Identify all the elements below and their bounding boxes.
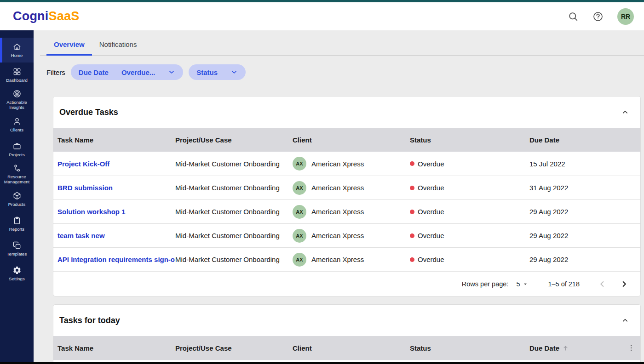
column-header-client[interactable]: Client <box>293 344 410 352</box>
status-cell: Overdue <box>410 208 529 216</box>
column-header-client[interactable]: Client <box>293 136 410 144</box>
sidebar-item-home[interactable]: Home <box>0 38 34 63</box>
status-cell: Overdue <box>410 184 529 192</box>
task-name-link[interactable]: BRD submission <box>58 184 113 192</box>
filter-chip-label: Status <box>196 68 218 76</box>
table-row: API Integration requirements sign-of Mid… <box>53 247 640 271</box>
products-icon <box>12 191 22 200</box>
column-header-due-date[interactable]: Due Date <box>529 136 640 144</box>
sidebar-item-reports[interactable]: Reports <box>0 211 34 236</box>
status-badge: Overdue <box>418 256 444 263</box>
column-header-task-name[interactable]: Task Name <box>58 344 175 352</box>
due-date: 29 Aug 2022 <box>529 208 640 216</box>
task-name-link[interactable]: team task new <box>58 232 105 239</box>
sidebar-item-clients[interactable]: Clients <box>0 112 34 137</box>
column-header-project-use-case[interactable]: Project/Use Case <box>175 344 293 352</box>
status-badge: Overdue <box>418 184 444 192</box>
column-header-project-use-case[interactable]: Project/Use Case <box>175 136 293 144</box>
sidebar-item-templates[interactable]: Templates <box>0 236 34 261</box>
search-icon[interactable] <box>568 11 579 22</box>
caret-down-icon <box>521 280 529 288</box>
dashboard-icon <box>12 67 22 76</box>
overdue-tasks-card: Overdue Tasks Task NameProject/Use CaseC… <box>53 96 641 296</box>
client-avatar: AX <box>293 229 306 243</box>
sidebar-item-resource-management[interactable]: Resource Management <box>0 162 34 187</box>
main-content: OverviewNotifications Filters Due DateOv… <box>34 30 644 364</box>
filter-chip-label: Overdue... <box>121 68 155 76</box>
templates-icon <box>12 241 22 250</box>
sidebar-item-products[interactable]: Products <box>0 187 34 211</box>
tab-bar: OverviewNotifications <box>40 30 644 56</box>
due-date: 15 Jul 2022 <box>529 160 640 168</box>
project-use-case: Mid-Market Customer Onboarding <box>175 256 293 263</box>
logo-secondary: SaaS <box>48 9 79 23</box>
status-cell: Overdue <box>410 160 529 168</box>
column-header-due-date[interactable]: Due Date <box>529 344 640 352</box>
status-dot-icon <box>410 186 414 190</box>
status-cell: Overdue <box>410 256 529 263</box>
column-header-status[interactable]: Status <box>410 344 529 352</box>
sidebar-item-projects[interactable]: Projects <box>0 137 34 162</box>
avatar-initials: RR <box>621 13 630 20</box>
overdue-tasks-header: Overdue Tasks <box>53 97 640 128</box>
status-dot-icon <box>410 257 414 262</box>
status-dot-icon <box>410 161 414 166</box>
column-header-status[interactable]: Status <box>410 136 529 144</box>
project-use-case: Mid-Market Customer Onboarding <box>175 160 293 168</box>
tab-overview[interactable]: Overview <box>46 33 92 56</box>
filter-chip-status[interactable]: Status <box>189 64 246 80</box>
chevron-up-icon[interactable] <box>621 108 629 116</box>
tasks-today-header: Tasks for today <box>53 305 640 336</box>
page-range: 1–5 of 218 <box>548 280 580 288</box>
header-actions: RR <box>568 8 634 25</box>
client-name: American Xpress <box>311 256 364 263</box>
project-use-case: Mid-Market Customer Onboarding <box>175 208 293 216</box>
task-name-link[interactable]: Solution workshop 1 <box>58 208 126 216</box>
tab-notifications[interactable]: Notifications <box>92 33 144 56</box>
sidebar-item-actionable-insights[interactable]: Actionable Insights <box>0 87 34 112</box>
tasks-today-title: Tasks for today <box>59 316 120 325</box>
clients-icon <box>12 117 22 126</box>
status-cell: Overdue <box>410 232 529 239</box>
today-table-header: Task NameProject/Use CaseClientStatusDue… <box>53 336 640 360</box>
project-use-case: Mid-Market Customer Onboarding <box>175 232 293 239</box>
overdue-tasks-title: Overdue Tasks <box>59 108 118 117</box>
sidebar-item-dashboard[interactable]: Dashboard <box>0 63 34 87</box>
sidebar-nav: Home Dashboard Actionable Insights Clien… <box>0 30 34 364</box>
task-name-link[interactable]: API Integration requirements sign-of <box>58 256 175 263</box>
task-name-link[interactable]: Project Kick-Off <box>58 160 109 168</box>
status-badge: Overdue <box>418 232 444 239</box>
overdue-table-body: Project Kick-Off Mid-Market Customer Onb… <box>53 152 640 271</box>
rows-per-page-select[interactable]: 5 <box>516 280 529 288</box>
logo-primary: Cogni <box>13 9 48 23</box>
filters-label: Filters <box>46 68 65 76</box>
help-icon[interactable] <box>592 11 604 22</box>
status-dot-icon <box>410 233 414 238</box>
client-cell: AX American Xpress <box>293 253 410 267</box>
due-date: 29 Aug 2022 <box>529 232 640 239</box>
sort-ascending-icon <box>562 345 569 352</box>
tasks-today-card: Tasks for today Task NameProject/Use Cas… <box>53 304 641 364</box>
filter-chip-due-date[interactable]: Due DateOverdue... <box>71 64 183 80</box>
user-avatar[interactable]: RR <box>617 8 634 25</box>
previous-page-button[interactable] <box>597 279 607 289</box>
client-avatar: AX <box>293 157 306 171</box>
top-accent-bar <box>0 0 644 2</box>
chevron-up-icon[interactable] <box>621 316 629 324</box>
client-avatar: AX <box>293 181 306 195</box>
client-cell: AX American Xpress <box>293 205 410 219</box>
rows-per-page-label: Rows per page: <box>462 280 509 288</box>
app-logo[interactable]: Cogni SaaS <box>13 9 79 23</box>
chevron-down-icon <box>230 68 238 76</box>
client-avatar: AX <box>293 253 306 267</box>
table-row: Solution workshop 1 Mid-Market Customer … <box>53 199 640 223</box>
kebab-menu-icon[interactable] <box>627 344 635 352</box>
project-use-case: Mid-Market Customer Onboarding <box>175 184 293 192</box>
table-row: Project Kick-Off Mid-Market Customer Onb… <box>53 152 640 176</box>
filters-row: Filters Due DateOverdue...Status <box>46 64 644 80</box>
column-header-task-name[interactable]: Task Name <box>58 136 175 144</box>
client-name: American Xpress <box>311 208 364 216</box>
sidebar-item-settings[interactable]: Settings <box>0 261 34 286</box>
next-page-button[interactable] <box>619 279 629 289</box>
bottom-edge-bar <box>0 362 644 364</box>
